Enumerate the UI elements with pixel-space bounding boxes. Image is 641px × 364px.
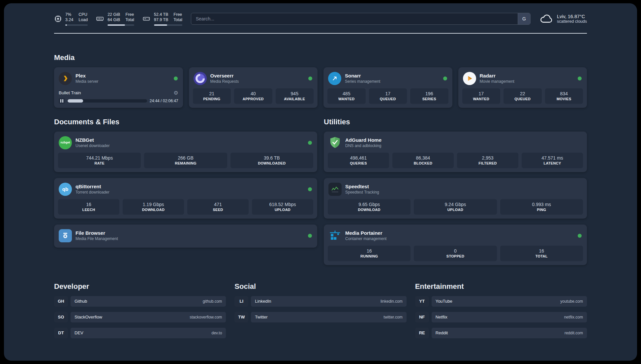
qbittorrent-icon[interactable]: qb <box>59 183 72 196</box>
section-title-utilities: Utilities <box>324 118 587 126</box>
dev-abbr-icon[interactable]: DT <box>54 328 68 338</box>
link-domain: youtube.com <box>560 299 583 304</box>
playback-progressbar[interactable] <box>68 99 147 103</box>
link-linkedin: LI LinkedIn linkedin.com <box>234 296 406 307</box>
stat-value: 39.6 TB <box>264 155 280 161</box>
netflix-link[interactable]: Netflix netflix.com <box>432 312 587 322</box>
radarr-icon[interactable] <box>463 72 476 85</box>
twitter-abbr-icon[interactable]: TW <box>234 312 248 322</box>
card-nzbget[interactable]: nzbget NZBGet Usenet downloader 744.21 M… <box>54 132 317 172</box>
cpu-percent: 7% <box>65 12 73 17</box>
filebrowser-icon[interactable] <box>59 229 72 242</box>
adguard-icon[interactable] <box>328 136 342 149</box>
portainer-icon[interactable] <box>328 229 342 242</box>
stat-label: QUEUED <box>380 97 396 101</box>
stackoverflow-link[interactable]: StackOverflow stackoverflow.com <box>71 312 226 322</box>
stat-label: WANTED <box>473 97 489 101</box>
stat-box: 16 RUNNING <box>328 246 411 261</box>
section-social: Social LI LinkedIn linkedin.com TW Twitt… <box>234 282 406 322</box>
search-engine-button[interactable]: G <box>518 13 530 24</box>
link-name: StackOverflow <box>75 315 102 319</box>
stat-value: 945 <box>291 91 298 96</box>
weather-text: Lviv, 16.87°C scattered clouds <box>557 14 587 24</box>
linkedin-abbr-icon[interactable]: LI <box>234 296 248 307</box>
card-plex-header: Plex Media server <box>58 71 179 88</box>
github-link[interactable]: Github github.com <box>71 296 226 307</box>
youtube-abbr-icon[interactable]: YT <box>415 296 429 307</box>
youtube-link[interactable]: YouTube youtube.com <box>432 296 587 307</box>
link-name: Twitter <box>255 315 267 319</box>
stat-value: 0.993 ms <box>532 202 551 207</box>
card-filebrowser[interactable]: File Browser Media File Management <box>54 225 317 248</box>
stat-value: 86,384 <box>416 155 430 161</box>
plex-icon[interactable] <box>59 72 72 85</box>
stat-box: 40 APPROVED <box>234 88 272 104</box>
app-titles: Sonarr Series management <box>345 73 440 84</box>
netflix-abbr-icon[interactable]: NF <box>415 312 429 322</box>
card-portainer[interactable]: Media Portainer Container management 16 … <box>324 225 587 265</box>
stat-value: 47.571 ms <box>541 155 563 161</box>
linkedin-link[interactable]: LinkedIn linkedin.com <box>251 296 406 307</box>
social-links: LI LinkedIn linkedin.com TW Twitter twit… <box>234 296 406 322</box>
card-radarr[interactable]: Radarr Movie management 17 WANTED 22 QUE… <box>458 67 587 108</box>
stat-label: PENDING <box>203 97 220 101</box>
card-overseerr[interactable]: Overseerr Media Requests 21 PENDING 40 A… <box>189 67 318 108</box>
stat-value: 21 <box>209 91 214 96</box>
weather-widget[interactable]: Lviv, 16.87°C scattered clouds <box>539 14 587 24</box>
app-name: Speedtest <box>345 184 582 189</box>
pause-button[interactable] <box>59 98 65 104</box>
sonarr-icon[interactable] <box>328 72 341 85</box>
stat-box: 47.571 ms LATENCY <box>522 153 583 168</box>
settings-gear-icon[interactable]: ⚙ <box>173 90 178 96</box>
storage-icon <box>142 15 151 23</box>
search-input[interactable] <box>191 13 518 24</box>
overseerr-icon[interactable] <box>194 72 207 85</box>
stat-box: 0 STOPPED <box>414 246 497 261</box>
mid-grid: Documents & Files nzbget NZBGet Usenet d… <box>54 118 587 265</box>
app-subtitle: Media server <box>76 79 170 84</box>
speedtest-icon[interactable] <box>328 183 342 196</box>
section-title-media: Media <box>54 53 587 62</box>
card-adguard[interactable]: AdGuard Home DNS and adblocking 498,461 … <box>324 132 587 172</box>
app-name: Plex <box>76 73 170 78</box>
storage-total-label: Total <box>173 17 182 22</box>
stat-label: BLOCKED <box>414 161 433 165</box>
reddit-abbr-icon[interactable]: RE <box>415 328 429 338</box>
app-subtitle: Series management <box>345 79 440 84</box>
radarr-stats: 17 WANTED 22 QUEUED 834 MOVIES <box>462 88 583 104</box>
card-speedtest-header: Speedtest Speedtest Tracking <box>328 181 583 199</box>
card-plex[interactable]: Plex Media server Bullet Train ⚙ <box>54 67 183 108</box>
stat-label: SERIES <box>422 97 436 101</box>
app-titles: Radarr Movie management <box>480 73 574 84</box>
dev-link[interactable]: DEV dev.to <box>71 328 226 338</box>
stackoverflow-abbr-icon[interactable]: SO <box>54 312 68 322</box>
adguard-stats: 498,461 QUERIES 86,384 BLOCKED 2,953 FIL… <box>328 153 583 168</box>
status-dot <box>308 76 312 80</box>
card-adguard-header: AdGuard Home DNS and adblocking <box>328 135 583 153</box>
stat-box: 945 AVAILABLE <box>276 88 314 104</box>
status-dot <box>578 76 582 80</box>
card-qbittorrent-header: qb qBittorrent Torrent downloader <box>58 181 313 199</box>
card-qbittorrent[interactable]: qb qBittorrent Torrent downloader 16 <box>54 178 317 219</box>
card-speedtest[interactable]: Speedtest Speedtest Tracking 9.65 Gbps D… <box>324 178 587 219</box>
card-sonarr[interactable]: Sonarr Series management 485 WANTED 17 Q… <box>323 67 452 108</box>
twitter-link[interactable]: Twitter twitter.com <box>251 312 406 322</box>
nzbget-icon[interactable]: nzbget <box>59 136 72 149</box>
stat-box: 266 GB REMAINING <box>144 153 227 168</box>
speedtest-stats: 9.65 Gbps DOWNLOAD 9.24 Gbps UPLOAD 0.99… <box>328 199 583 215</box>
stat-box: 618.52 Mbps UPLOAD <box>252 199 313 215</box>
stat-box: 834 MOVIES <box>545 88 583 104</box>
bottom-grid: Developer GH Github github.com SO StackO… <box>54 282 587 351</box>
stat-label: STOPPED <box>446 254 464 258</box>
app-subtitle: Container management <box>345 236 574 241</box>
stat-box: 21 PENDING <box>193 88 231 104</box>
stat-box: 196 SERIES <box>410 88 448 104</box>
reddit-link[interactable]: Reddit reddit.com <box>432 328 587 338</box>
stat-value: 1.19 Gbps <box>143 202 164 207</box>
section-developer: Developer GH Github github.com SO StackO… <box>54 282 226 338</box>
stat-label: APPROVED <box>243 97 264 101</box>
link-name: DEV <box>75 330 83 335</box>
stat-box: 0.993 ms PING <box>500 199 583 215</box>
github-abbr-icon[interactable]: GH <box>54 296 68 307</box>
card-nzbget-header: nzbget NZBGet Usenet downloader <box>58 135 313 153</box>
